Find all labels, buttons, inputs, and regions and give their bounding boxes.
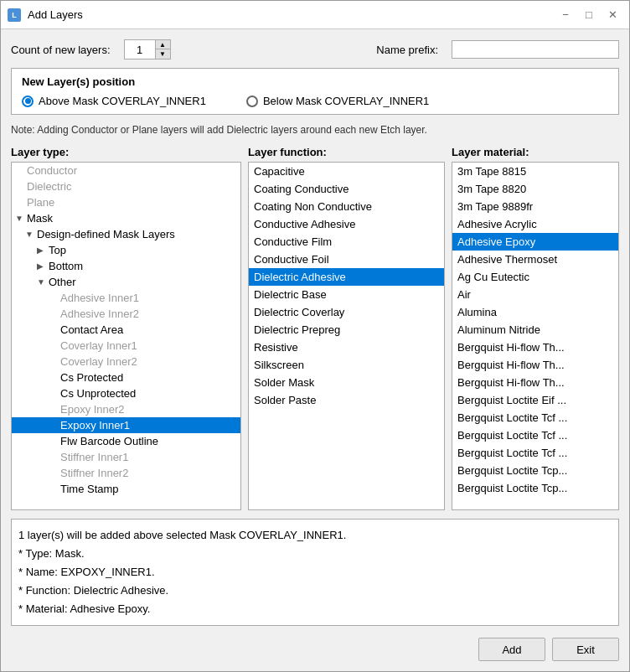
app-icon: L <box>8 8 21 22</box>
layer-type-label: Dielectric <box>27 180 71 193</box>
layer-function-list[interactable]: CapacitiveCoating ConductiveCoating Non … <box>248 162 445 510</box>
layer-material-item[interactable]: Adhesive Epoxy <box>452 233 618 251</box>
layer-material-item[interactable]: Bergquist Loctite Tcf ... <box>452 426 618 444</box>
layer-material-item[interactable]: Bergquist Hi-flow Th... <box>452 339 618 356</box>
count-spinner[interactable]: ▲ ▼ <box>124 39 171 59</box>
layer-type-item[interactable]: Contact Area <box>12 322 240 338</box>
layer-function-item[interactable]: Solder Mask <box>249 374 444 391</box>
layer-type-label: Cs Unprotected <box>60 387 136 400</box>
layer-function-item[interactable]: Coating Non Conductive <box>249 198 444 215</box>
layer-type-label: Adhesive Inner2 <box>60 308 139 320</box>
layer-type-item[interactable]: ▼Other <box>12 274 240 290</box>
layer-type-item[interactable]: Cs Unprotected <box>12 385 240 401</box>
layer-function-item[interactable]: Dielectric Coverlay <box>249 303 444 321</box>
layer-function-panel: Layer function: CapacitiveCoating Conduc… <box>248 146 445 510</box>
above-radio-circle <box>22 96 34 107</box>
layer-function-item[interactable]: Coating Conductive <box>249 180 444 198</box>
below-radio-label: Below Mask COVERLAY_INNER1 <box>263 95 429 107</box>
above-radio[interactable]: Above Mask COVERLAY_INNER1 <box>22 95 206 107</box>
main-content: Count of new layers: ▲ ▼ Name prefix: Ne… <box>1 29 629 671</box>
note-text: Note: Adding Conductor or Plane layers w… <box>11 123 619 137</box>
layer-material-item[interactable]: Bergquist Loctite Tcp... <box>452 462 618 479</box>
count-name-row: Count of new layers: ▲ ▼ Name prefix: <box>11 39 619 59</box>
expand-icon[interactable]: ▼ <box>25 230 35 239</box>
expand-icon[interactable]: ▼ <box>15 214 25 223</box>
layer-type-label: Design-defined Mask Layers <box>37 228 175 240</box>
layer-function-header: Layer function: <box>248 146 445 158</box>
bottom-buttons: Add Exit <box>11 634 619 661</box>
exit-button[interactable]: Exit <box>552 638 619 661</box>
layer-function-item[interactable]: Solder Paste <box>249 391 444 409</box>
layer-type-item: Plane <box>12 194 240 210</box>
layer-type-label: Stiffner Inner2 <box>60 467 128 479</box>
position-group: New Layer(s) position Above Mask COVERLA… <box>11 68 619 115</box>
layer-type-item[interactable]: Flw Barcode Outline <box>12 433 240 449</box>
layer-type-item[interactable]: ▶Top <box>12 242 240 258</box>
layer-material-item[interactable]: Ag Cu Eutectic <box>452 268 618 286</box>
spinner-up[interactable]: ▲ <box>155 40 170 49</box>
above-radio-label: Above Mask COVERLAY_INNER1 <box>39 95 206 107</box>
layer-function-item[interactable]: Capacitive <box>249 163 444 180</box>
layer-type-item[interactable]: ▶Bottom <box>12 258 240 274</box>
layer-material-header: Layer material: <box>452 146 619 158</box>
layer-function-item[interactable]: Resistive <box>249 339 444 356</box>
name-prefix-input[interactable] <box>452 40 619 59</box>
layer-material-item[interactable]: Bergquist Hi-flow Th... <box>452 374 618 391</box>
maximize-button[interactable]: □ <box>579 5 599 25</box>
count-input[interactable] <box>125 40 155 59</box>
layer-function-item[interactable]: Dielectric Base <box>249 286 444 303</box>
close-button[interactable]: ✕ <box>602 5 622 25</box>
layer-material-item[interactable]: Bergquist Loctite Tcf ... <box>452 444 618 462</box>
layer-function-item[interactable]: Conductive Film <box>249 233 444 251</box>
add-button[interactable]: Add <box>478 638 545 661</box>
layer-type-list[interactable]: ConductorDielectricPlane▼Mask▼Design-def… <box>11 162 241 510</box>
layer-material-item[interactable]: Adhesive Acrylic <box>452 215 618 233</box>
name-prefix-label: Name prefix: <box>376 44 438 56</box>
minimize-button[interactable]: − <box>555 5 576 25</box>
layer-type-label: Flw Barcode Outline <box>60 435 158 447</box>
spinner-down[interactable]: ▼ <box>155 49 170 59</box>
layer-material-item[interactable]: Alumina <box>452 303 618 321</box>
layer-type-item[interactable]: ▼Mask <box>12 210 240 226</box>
layer-type-label: Contact Area <box>60 323 123 336</box>
info-area: 1 layer(s) will be added above selected … <box>11 519 619 626</box>
layer-type-item: Conductor <box>12 163 240 178</box>
layer-material-item[interactable]: Bergquist Loctite Tcf ... <box>452 409 618 426</box>
layer-material-list[interactable]: 3m Tape 88153m Tape 88203m Tape 9889frAd… <box>452 162 619 510</box>
layer-material-item[interactable]: 3m Tape 9889fr <box>452 198 618 215</box>
layer-type-item: Coverlay Inner1 <box>12 338 240 354</box>
layer-material-item[interactable]: Bergquist Loctite Eif ... <box>452 391 618 409</box>
layer-material-item[interactable]: Air <box>452 286 618 303</box>
layer-type-item: Coverlay Inner2 <box>12 354 240 370</box>
expand-icon[interactable]: ▶ <box>37 261 47 271</box>
layer-type-item: Stiffner Inner1 <box>12 449 240 465</box>
layer-material-panel: Layer material: 3m Tape 88153m Tape 8820… <box>452 146 619 510</box>
expand-icon[interactable]: ▶ <box>37 246 47 255</box>
layer-type-item: Dielectric <box>12 178 240 194</box>
layer-type-item[interactable]: Time Stamp <box>12 481 240 497</box>
layer-function-item[interactable]: Conductive Adhesive <box>249 215 444 233</box>
layer-function-item[interactable]: Conductive Foil <box>249 251 444 268</box>
spinner-buttons: ▲ ▼ <box>155 40 170 59</box>
layer-material-item[interactable]: Aluminum Nitride <box>452 321 618 339</box>
layer-type-item: Epoxy Inner2 <box>12 401 240 417</box>
layer-material-item[interactable]: Adhesive Thermoset <box>452 251 618 268</box>
layer-type-item: Stiffner Inner2 <box>12 465 240 481</box>
layer-function-item[interactable]: Dielectric Adhesive <box>249 268 444 286</box>
layer-material-item[interactable]: Bergquist Loctite Tcp... <box>452 479 618 497</box>
layer-type-item: Adhesive Inner2 <box>12 306 240 322</box>
layer-type-item[interactable]: Cs Protected <box>12 370 240 385</box>
layer-function-item[interactable]: Silkscreen <box>249 356 444 374</box>
layer-material-item[interactable]: 3m Tape 8820 <box>452 180 618 198</box>
below-radio[interactable]: Below Mask COVERLAY_INNER1 <box>246 95 429 107</box>
layer-material-item[interactable]: Bergquist Hi-flow Th... <box>452 356 618 374</box>
expand-icon[interactable]: ▼ <box>37 277 47 287</box>
layer-type-panel: Layer type: ConductorDielectricPlane▼Mas… <box>11 146 241 510</box>
layer-type-label: Adhesive Inner1 <box>60 292 139 304</box>
layer-type-item[interactable]: ▼Design-defined Mask Layers <box>12 226 240 242</box>
layer-type-item[interactable]: Expoxy Inner1 <box>12 417 240 433</box>
layer-function-item[interactable]: Dielectric Prepreg <box>249 321 444 339</box>
layer-material-item[interactable]: 3m Tape 8815 <box>452 163 618 180</box>
layer-type-label: Plane <box>27 196 54 209</box>
titlebar: L Add Layers − □ ✕ <box>1 1 629 29</box>
